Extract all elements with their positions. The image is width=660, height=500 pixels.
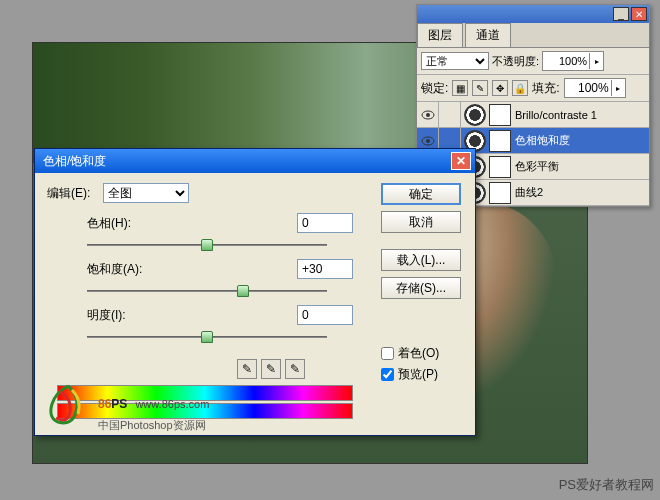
hue-input[interactable] xyxy=(297,213,353,233)
link-column[interactable] xyxy=(439,102,461,127)
hue-saturation-dialog: 色相/饱和度 ✕ 编辑(E): 全图 色相(H): 饱和度( xyxy=(34,148,476,436)
edit-label: 编辑(E): xyxy=(47,185,103,202)
lightness-slider[interactable] xyxy=(87,329,327,345)
load-button[interactable]: 载入(L)... xyxy=(381,249,461,271)
lightness-input[interactable] xyxy=(297,305,353,325)
save-button[interactable]: 存储(S)... xyxy=(381,277,461,299)
cancel-button[interactable]: 取消 xyxy=(381,211,461,233)
ok-button[interactable]: 确定 xyxy=(381,183,461,205)
opacity-label: 不透明度: xyxy=(492,54,539,69)
layer-mask-thumb[interactable] xyxy=(489,130,511,152)
hue-label: 色相(H): xyxy=(87,215,167,232)
blend-mode-select[interactable]: 正常 xyxy=(421,52,489,70)
tab-layers[interactable]: 图层 xyxy=(417,23,463,47)
layer-name-label[interactable]: 曲线2 xyxy=(515,185,543,200)
tab-channels[interactable]: 通道 xyxy=(465,23,511,47)
preview-checkbox[interactable] xyxy=(381,368,394,381)
layer-name-label[interactable]: Brillo/contraste 1 xyxy=(515,109,597,121)
fill-input[interactable] xyxy=(565,79,611,97)
layer-mask-thumb[interactable] xyxy=(489,104,511,126)
layer-mask-thumb[interactable] xyxy=(489,182,511,204)
eyedropper-subtract-icon[interactable]: ✎ xyxy=(285,359,305,379)
panel-titlebar[interactable]: _ ✕ xyxy=(417,5,649,23)
dialog-body: 编辑(E): 全图 色相(H): 饱和度(A): xyxy=(35,173,475,435)
lightness-label: 明度(I): xyxy=(87,307,167,324)
lightness-slider-handle[interactable] xyxy=(201,331,213,343)
fill-label: 填充: xyxy=(532,80,559,97)
colorize-checkbox[interactable] xyxy=(381,347,394,360)
lock-position-icon[interactable]: ✥ xyxy=(492,80,508,96)
layers-top-controls: 正常 不透明度: ▸ xyxy=(417,48,649,75)
hue-spectrum-bottom xyxy=(57,403,353,419)
eyedropper-icon[interactable]: ✎ xyxy=(237,359,257,379)
layer-name-label[interactable]: 色相饱和度 xyxy=(515,133,570,148)
dialog-titlebar[interactable]: 色相/饱和度 ✕ xyxy=(35,149,475,173)
lock-label: 锁定: xyxy=(421,80,448,97)
hue-slider-handle[interactable] xyxy=(201,239,213,251)
opacity-dropdown-arrow[interactable]: ▸ xyxy=(589,53,603,69)
saturation-label: 饱和度(A): xyxy=(87,261,167,278)
panel-minimize-button[interactable]: _ xyxy=(613,7,629,21)
adjustment-layer-icon xyxy=(464,104,486,126)
page-credit: PS爱好者教程网 xyxy=(559,476,654,494)
eyedropper-add-icon[interactable]: ✎ xyxy=(261,359,281,379)
saturation-slider-handle[interactable] xyxy=(237,285,249,297)
lock-all-icon[interactable]: 🔒 xyxy=(512,80,528,96)
dialog-close-button[interactable]: ✕ xyxy=(451,152,471,170)
lock-paint-icon[interactable]: ✎ xyxy=(472,80,488,96)
lock-controls: 锁定: ▦ ✎ ✥ 🔒 填充: ▸ xyxy=(417,75,649,102)
preview-label: 预览(P) xyxy=(398,366,438,383)
svg-point-3 xyxy=(426,139,430,143)
lock-transparency-icon[interactable]: ▦ xyxy=(452,80,468,96)
saturation-input[interactable] xyxy=(297,259,353,279)
opacity-input[interactable] xyxy=(543,52,589,70)
panel-tabs: 图层 通道 xyxy=(417,23,649,48)
colorize-label: 着色(O) xyxy=(398,345,439,362)
opacity-input-wrap[interactable]: ▸ xyxy=(542,51,604,71)
svg-point-1 xyxy=(426,113,430,117)
fill-input-wrap[interactable]: ▸ xyxy=(564,78,626,98)
panel-close-button[interactable]: ✕ xyxy=(631,7,647,21)
dialog-title: 色相/饱和度 xyxy=(39,153,451,170)
layer-name-label[interactable]: 色彩平衡 xyxy=(515,159,559,174)
hue-slider[interactable] xyxy=(87,237,327,253)
fill-dropdown-arrow[interactable]: ▸ xyxy=(611,80,625,96)
edit-select[interactable]: 全图 xyxy=(103,183,189,203)
hue-spectrum-top xyxy=(57,385,353,401)
layer-row[interactable]: Brillo/contraste 1 xyxy=(417,102,649,128)
layer-mask-thumb[interactable] xyxy=(489,156,511,178)
visibility-toggle[interactable] xyxy=(417,102,439,127)
saturation-slider[interactable] xyxy=(87,283,327,299)
eyedropper-tools: ✎ ✎ ✎ xyxy=(237,359,373,379)
